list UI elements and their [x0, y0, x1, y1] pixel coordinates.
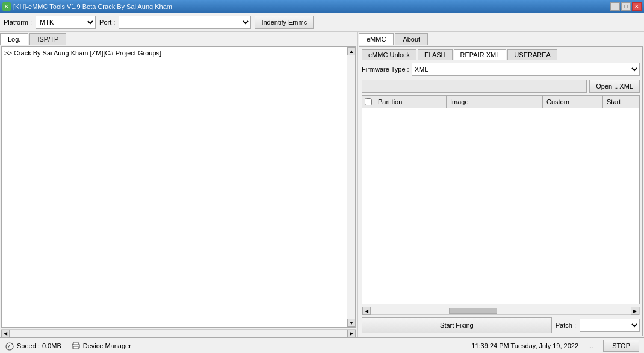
left-tabs: Log. ISP/TP — [0, 32, 357, 45]
tab-isp-tp[interactable]: ISP/TP — [29, 33, 66, 45]
horizontal-scrollbar-left[interactable]: ◀ ▶ — [1, 329, 356, 337]
xml-path-input[interactable] — [362, 80, 587, 93]
tab-emmc[interactable]: eMMC — [359, 33, 394, 45]
right-bottom: ◀ ▶ Start Fixing Patch : — [362, 307, 640, 333]
stop-button[interactable]: STOP — [603, 340, 639, 352]
scroll-down-button[interactable]: ▼ — [347, 319, 356, 327]
platform-select[interactable]: MTK SPD QUALCOMM — [36, 16, 96, 29]
th-partition: Partition — [374, 96, 447, 108]
table-header: Partition Image Custom Start — [362, 96, 639, 108]
log-text: >> Crack By Sai Aung Kham [ZM][C# Projec… — [4, 49, 161, 57]
sub-tab-repair-xml[interactable]: REPAIR XML — [454, 49, 507, 60]
speed-label: Speed : — [17, 342, 40, 349]
port-select[interactable] — [119, 16, 251, 29]
patch-label: Patch : — [556, 322, 576, 329]
th-checkbox — [362, 96, 374, 108]
h-scroll-track[interactable] — [371, 307, 631, 314]
action-row: Start Fixing Patch : — [362, 317, 640, 333]
horizontal-scrollbar-right[interactable]: ◀ ▶ — [362, 307, 640, 315]
partition-table: Partition Image Custom Start — [362, 95, 640, 304]
tab-about[interactable]: About — [395, 33, 428, 45]
svg-rect-3 — [73, 342, 78, 345]
th-custom: Custom — [543, 96, 603, 108]
speed-icon — [5, 341, 14, 351]
close-button[interactable]: ✕ — [632, 2, 642, 11]
log-area: >> Crack By Sai Aung Kham [ZM][C# Projec… — [1, 46, 356, 328]
dots-indicator: ... — [588, 342, 593, 349]
firmware-type-select[interactable]: XML BIN IMG — [412, 63, 640, 76]
h-scroll-left-btn[interactable]: ◀ — [362, 307, 371, 315]
start-fixing-button[interactable]: Start Fixing — [362, 317, 552, 333]
device-manager-icon — [71, 341, 81, 351]
firmware-type-label: Firmware Type : — [362, 66, 409, 73]
tab-log[interactable]: Log. — [0, 33, 28, 45]
minimize-button[interactable]: – — [610, 2, 620, 11]
sub-tabs: eMMC Unlock FLASH REPAIR XML USERAREA — [362, 49, 640, 60]
h-scroll-right-btn[interactable]: ▶ — [631, 307, 639, 315]
th-start: Start — [603, 96, 639, 108]
titlebar-buttons: – □ ✕ — [610, 2, 642, 11]
datetime-display: 11:39:24 PM Tuesday, July 19, 2022 — [471, 342, 578, 349]
left-panel: Log. ISP/TP >> Crack By Sai Aung Kham [Z… — [0, 32, 358, 337]
open-xml-row: Open .. XML — [362, 80, 640, 93]
statusbar: Speed : 0.0MB Device Manager 11:39:24 PM… — [0, 337, 644, 353]
speed-value: 0.0MB — [42, 342, 61, 349]
device-manager-status: Device Manager — [71, 341, 131, 351]
th-image: Image — [447, 96, 543, 108]
titlebar: K [KH]-eMMC Tools V1.9 Beta Crack By Sai… — [0, 0, 644, 13]
port-label: Port : — [99, 19, 115, 26]
app-icon: K — [2, 2, 11, 11]
select-all-checkbox[interactable] — [365, 98, 372, 105]
sub-tab-emmc-unlock[interactable]: eMMC Unlock — [362, 49, 416, 60]
scroll-up-button[interactable]: ▲ — [347, 47, 356, 55]
device-manager-label: Device Manager — [83, 342, 131, 349]
right-panel: eMMC About eMMC Unlock FLASH REPAIR XML — [358, 32, 644, 337]
scroll-track-v[interactable] — [347, 55, 355, 319]
speed-status: Speed : 0.0MB — [5, 341, 61, 351]
main-content: Platform : MTK SPD QUALCOMM Port : Inden… — [0, 13, 644, 337]
titlebar-left: K [KH]-eMMC Tools V1.9 Beta Crack By Sai… — [2, 2, 172, 11]
svg-rect-2 — [73, 346, 78, 349]
scroll-left-button[interactable]: ◀ — [1, 330, 10, 338]
vertical-scrollbar[interactable]: ▲ ▼ — [347, 47, 355, 327]
scroll-track-h[interactable] — [10, 330, 347, 338]
body-area: Log. ISP/TP >> Crack By Sai Aung Kham [Z… — [0, 32, 644, 337]
patch-select[interactable] — [580, 319, 640, 332]
log-content: >> Crack By Sai Aung Kham [ZM][C# Projec… — [2, 47, 355, 59]
toolbar: Platform : MTK SPD QUALCOMM Port : Inden… — [0, 13, 644, 32]
svg-point-0 — [6, 343, 13, 350]
main-tabs: eMMC About — [359, 33, 643, 45]
scroll-right-button[interactable]: ▶ — [347, 330, 356, 338]
open-xml-button[interactable]: Open .. XML — [589, 80, 640, 93]
maximize-button[interactable]: □ — [621, 2, 631, 11]
titlebar-title: [KH]-eMMC Tools V1.9 Beta Crack By Sai A… — [13, 3, 172, 10]
status-right: 11:39:24 PM Tuesday, July 19, 2022 ... S… — [471, 340, 639, 352]
identify-emmc-button[interactable]: Indentify Emmc — [255, 16, 314, 29]
sub-tab-userarea[interactable]: USERAREA — [507, 49, 557, 60]
table-body — [362, 108, 639, 304]
h-scroll-thumb[interactable] — [449, 308, 497, 314]
sub-tab-flash[interactable]: FLASH — [418, 49, 452, 60]
platform-label: Platform : — [4, 19, 32, 26]
firmware-row: Firmware Type : XML BIN IMG — [362, 63, 640, 76]
right-panel-inner: eMMC Unlock FLASH REPAIR XML USERAREA Fi… — [359, 46, 643, 336]
